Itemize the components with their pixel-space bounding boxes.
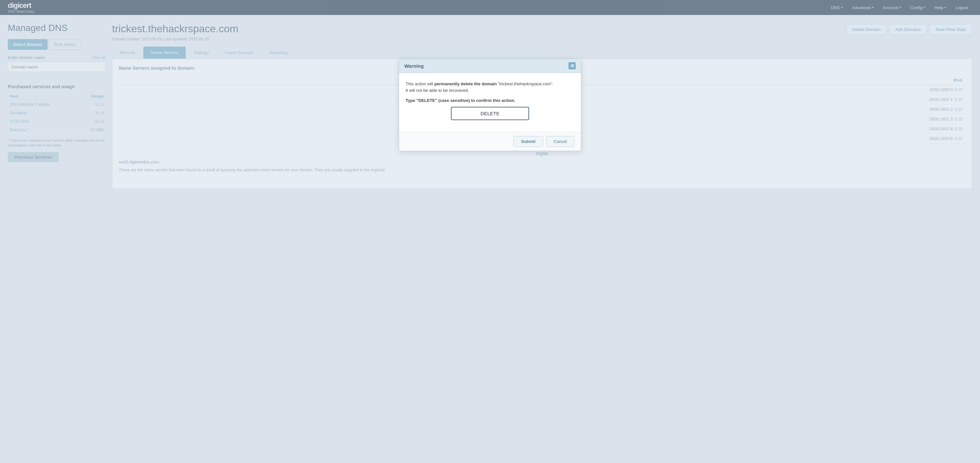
modal-title: Warning	[404, 63, 423, 69]
cancel-button[interactable]: Cancel	[546, 136, 574, 147]
modal-footer: Submit Cancel	[399, 132, 581, 151]
modal-header: Warning ✕	[399, 59, 581, 73]
modal-bold-text: permanently delete the domain	[434, 81, 496, 86]
submit-button[interactable]: Submit	[514, 136, 543, 147]
delete-confirm-input[interactable]	[451, 107, 529, 120]
modal-confirm-label: Type "DELETE" (case sensitive) to confir…	[406, 98, 574, 103]
modal-close-button[interactable]: ✕	[568, 62, 576, 69]
modal-overlay: Warning ✕ This action will permanently d…	[0, 0, 980, 463]
modal-body: This action will permanently delete the …	[399, 73, 581, 132]
warning-modal: Warning ✕ This action will permanently d…	[399, 59, 581, 151]
modal-warning-text: This action will permanently delete the …	[406, 81, 574, 94]
